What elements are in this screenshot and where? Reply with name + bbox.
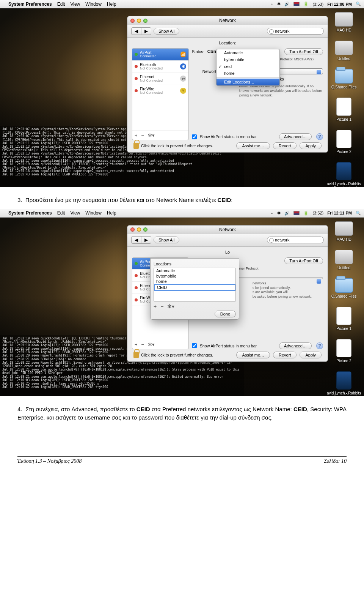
airport-icon: 📶 <box>180 51 186 57</box>
assist-button[interactable]: Assist me… <box>236 142 270 149</box>
menubar-clock[interactable]: Fri 12:08 PM <box>327 2 352 6</box>
add-service-button[interactable]: + <box>135 133 138 138</box>
menu-help[interactable]: Help <box>107 2 116 7</box>
auth-info-partial: P (Inner Protocol:18 <box>233 267 323 275</box>
input-source-icon[interactable] <box>293 211 300 215</box>
desktop-icon-untitled[interactable]: Untitled <box>327 41 361 61</box>
network-prefs-window-2: Network ◀▶ Show All network Locations Au… <box>127 225 328 362</box>
menu-window[interactable]: Window <box>85 2 102 7</box>
service-firewire[interactable]: FireWireNot Connected Y <box>132 85 188 97</box>
lock-icon[interactable] <box>133 143 139 149</box>
menu-help[interactable]: Help <box>107 210 116 216</box>
zoom-icon[interactable] <box>143 227 147 232</box>
advanced-button[interactable]: Advanced… <box>279 342 312 349</box>
done-button[interactable]: Done <box>215 311 236 317</box>
turn-airport-off-button[interactable]: Turn AirPort Off <box>284 257 323 264</box>
desktop-icon-avi[interactable]: avid.Lynch.-.Rabbits .(Complete).avi <box>327 162 361 187</box>
firewire-icon: Y <box>180 88 186 94</box>
spotlight-icon[interactable]: 🔍 <box>356 2 361 6</box>
status-dot-icon <box>135 89 138 92</box>
loc-menu-item[interactable]: Automatic <box>217 49 279 56</box>
loc-menu-item[interactable]: home <box>217 70 279 77</box>
service-ethernet[interactable]: EthernetNot Connected ⇔ <box>132 73 188 85</box>
desktop-icon-untitled[interactable]: Untitled <box>327 250 361 270</box>
zoom-icon[interactable] <box>143 19 147 23</box>
window-titlebar[interactable]: Network <box>127 226 328 234</box>
desktop-icon-picture2[interactable]: Picture 2 <box>327 130 361 154</box>
menubar-clock[interactable]: Fri 12:11 PM <box>327 211 352 215</box>
desktop-icon-avi[interactable]: avid.Lynch.-.Rabbits .(Complete).avi <box>327 371 361 396</box>
location-item[interactable]: home <box>154 279 235 284</box>
status-dot-icon <box>135 65 138 68</box>
show-all-button[interactable]: Show All <box>154 28 179 35</box>
battery-icon[interactable]: 🔋 <box>303 211 309 216</box>
help-icon[interactable]: ? <box>316 342 323 349</box>
spotlight-icon[interactable]: 🔍 <box>356 211 361 216</box>
volume-icon[interactable]: 🔊 <box>284 211 290 216</box>
remove-location-button[interactable]: − <box>160 303 163 309</box>
loc-menu-item-checked[interactable]: ceid <box>217 63 279 70</box>
assist-button[interactable]: Assist me… <box>236 352 270 358</box>
window-titlebar[interactable]: Network <box>127 16 328 25</box>
search-input[interactable]: network <box>267 237 324 243</box>
close-icon[interactable] <box>130 19 135 23</box>
location-item[interactable]: bytemobile <box>154 273 235 279</box>
desktop-icon-mac-hd[interactable]: MAC HD <box>327 12 361 32</box>
locations-list[interactable]: Automatic bytemobile home CEID <box>154 268 236 302</box>
remove-service-button[interactable]: − <box>141 133 144 138</box>
service-bluetooth[interactable]: BluetoothNot Connected ✱ <box>132 61 188 73</box>
app-menu[interactable]: System Preferences <box>8 2 52 7</box>
loc-menu-edit[interactable]: Edit Locations… <box>217 79 279 85</box>
menubar-status-checkbox[interactable] <box>192 134 197 139</box>
desktop-icon-mac-hd[interactable]: MAC HD <box>327 221 361 241</box>
revert-button[interactable]: Revert <box>273 142 297 149</box>
service-actions-button[interactable]: ✻▾ <box>148 133 155 138</box>
advanced-button[interactable]: Advanced… <box>279 133 312 140</box>
show-all-button[interactable]: Show All <box>154 237 179 243</box>
desktop-icon-picture2[interactable]: Picture 2 <box>327 339 361 363</box>
app-menu[interactable]: System Preferences <box>8 210 52 216</box>
turn-airport-off-button[interactable]: Turn AirPort Off <box>284 48 323 55</box>
desktop-icon-shared[interactable]: Q.Shared Files <box>327 278 361 298</box>
location-actions-button[interactable]: ✻▾ <box>167 303 174 309</box>
wifi-icon[interactable]: ⌁ <box>271 2 273 6</box>
desktop-icon-picture1[interactable]: Picture 1 <box>327 307 361 331</box>
loc-menu-item[interactable]: bytemobile <box>217 56 279 63</box>
bluetooth-icon[interactable]: ✱ <box>277 2 281 6</box>
menu-view[interactable]: View <box>70 210 80 216</box>
menubar-status-checkbox[interactable] <box>192 343 197 348</box>
close-icon[interactable] <box>130 227 135 232</box>
add-service-button[interactable]: + <box>135 342 138 347</box>
add-location-button[interactable]: + <box>154 303 157 309</box>
nav-back-forward[interactable]: ◀▶ <box>131 236 151 244</box>
menubar-status-label: Show AirPort status in menu bar <box>200 344 257 348</box>
input-source-icon[interactable] <box>293 2 300 6</box>
menu-edit[interactable]: Edit <box>57 2 65 7</box>
volume-icon[interactable]: 🔊 <box>284 2 290 6</box>
service-actions-button[interactable]: ✻▾ <box>148 342 155 347</box>
search-input[interactable]: network <box>267 28 324 35</box>
minimize-icon[interactable] <box>137 227 141 232</box>
location-item[interactable]: Automatic <box>154 268 235 273</box>
desktop-icon-picture1[interactable]: Picture 1 <box>327 98 361 121</box>
bluetooth-icon[interactable]: ✱ <box>277 211 281 216</box>
lock-icon[interactable] <box>133 352 139 358</box>
battery-icon[interactable]: 🔋 <box>303 2 309 6</box>
service-airport[interactable]: AirPortConnected 📶 <box>132 49 188 61</box>
help-icon[interactable]: ? <box>316 133 323 140</box>
apply-button[interactable]: Apply <box>300 142 322 149</box>
menu-window[interactable]: Window <box>85 210 102 216</box>
revert-button[interactable]: Revert <box>273 352 297 358</box>
network-name-popup[interactable]: ▲▼ <box>233 278 323 279</box>
location-item-editing[interactable]: CEID <box>154 284 235 291</box>
menu-view[interactable]: View <box>70 2 80 7</box>
menu-edit[interactable]: Edit <box>57 210 65 216</box>
apply-button[interactable]: Apply <box>300 352 322 358</box>
desktop-icon-shared[interactable]: Q.Shared Files <box>327 69 361 89</box>
location-dropdown-menu[interactable]: Automatic bytemobile ceid home Edit Loca… <box>216 49 280 86</box>
wifi-icon[interactable]: ⌁ <box>271 211 273 216</box>
toolbar: ◀▶ Show All network <box>127 234 328 247</box>
nav-back-forward[interactable]: ◀▶ <box>131 27 151 35</box>
minimize-icon[interactable] <box>137 19 141 23</box>
remove-service-button[interactable]: − <box>141 342 144 347</box>
